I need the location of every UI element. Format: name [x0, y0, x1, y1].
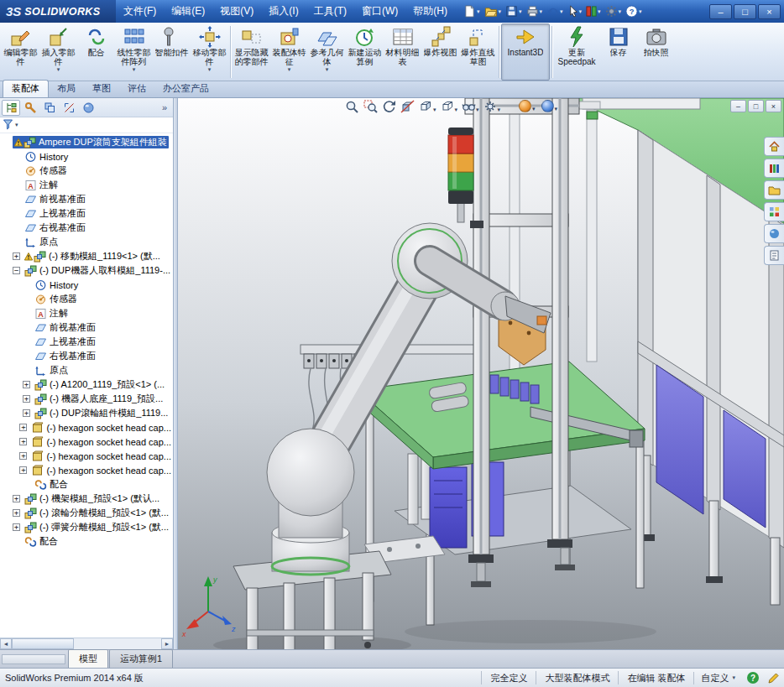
scroll-right-icon[interactable]: ►	[161, 638, 173, 649]
tree-item-1[interactable]: Ampere DUP滾筒支架組件組裝	[0, 135, 173, 149]
solidworks-resources-icon[interactable]	[764, 137, 784, 156]
expander-plus-icon[interactable]: +	[23, 395, 30, 403]
undo-icon[interactable]: ▾	[545, 4, 565, 18]
chevron-down-icon[interactable]: ▾	[208, 66, 212, 73]
menu-item-3[interactable]: 视图(V)	[212, 0, 261, 23]
tree-item-3[interactable]: 传感器	[0, 164, 173, 178]
tree-item-20[interactable]: +(-) DUP滾輪組件模組_1119...	[0, 406, 173, 420]
appearances-scenes-icon[interactable]	[764, 224, 784, 243]
expander-plus-icon[interactable]: +	[19, 452, 27, 460]
ribbon-exploded-view-button[interactable]: 爆炸视图	[421, 23, 459, 81]
command-tab-2[interactable]: 布局	[49, 81, 84, 97]
filter-funnel-icon[interactable]	[3, 118, 13, 133]
help-icon[interactable]: ?	[747, 672, 759, 684]
chevron-down-icon[interactable]: ▾	[57, 66, 60, 73]
document-tab-2[interactable]: 运动算例1	[109, 649, 173, 668]
rebuild-icon[interactable]: ▾	[584, 4, 603, 18]
file-explorer-icon[interactable]	[764, 180, 784, 200]
ribbon-mate-button[interactable]: 配合	[77, 23, 115, 81]
tree-item-8[interactable]: 原点	[0, 235, 173, 249]
edit-pencil-icon[interactable]	[766, 672, 781, 684]
section-view-icon[interactable]	[400, 99, 416, 114]
tree-item-19[interactable]: +(-) 機器人底座_1119_預設...	[0, 392, 173, 406]
print-icon[interactable]: ▾	[525, 4, 545, 18]
chevron-down-icon[interactable]: ▾	[133, 66, 136, 73]
scroll-left-icon[interactable]: ◄	[0, 638, 12, 649]
tree-item-4[interactable]: A注解	[0, 178, 173, 192]
menu-item-6[interactable]: 窗口(W)	[354, 0, 405, 23]
ribbon-bom-button[interactable]: 材料明细表	[384, 23, 421, 81]
filter-dropdown-icon[interactable]: ▾	[15, 122, 18, 128]
ribbon-snapshot-button[interactable]: 拍快照	[637, 23, 675, 81]
scrollbar-thumb[interactable]	[12, 638, 74, 649]
tree-item-21[interactable]: +(-) hexagon socket head cap...	[0, 420, 173, 435]
expander-plus-icon[interactable]: +	[19, 424, 27, 431]
zoom-fit-icon[interactable]	[344, 99, 360, 114]
ribbon-assembly-features-button[interactable]: 装配体特征▾	[270, 23, 308, 81]
edit-appearance-sphere-icon[interactable]: ▾	[519, 100, 536, 112]
tree-item-23[interactable]: +(-) hexagon socket head cap...	[0, 449, 173, 463]
menu-item-5[interactable]: 工具(T)	[306, 0, 354, 23]
expander-plus-icon[interactable]: +	[19, 438, 27, 445]
doc-close-icon[interactable]: ×	[766, 100, 781, 112]
tree-item-18[interactable]: +(-) A1200_1119_預設<1> (...	[0, 377, 173, 392]
ribbon-motion-study-button[interactable]: 新建运动算例	[346, 23, 384, 81]
menu-item-1[interactable]: 文件(F)	[116, 0, 164, 23]
menu-item-7[interactable]: 帮助(H)	[405, 0, 455, 23]
tree-item-2[interactable]: History	[0, 149, 173, 164]
view-orientation-icon[interactable]: ▾	[418, 99, 437, 114]
select-icon[interactable]: ▾	[566, 4, 584, 18]
ribbon-edit-component-button[interactable]: 编辑零部件	[2, 23, 39, 81]
tree-item-15[interactable]: 上视基准面	[0, 335, 173, 349]
tree-item-27[interactable]: +(-) 滾輪分離模組_預設<1> (默...	[0, 506, 173, 520]
configurationmanager-tab-icon[interactable]	[40, 100, 59, 116]
status-custom-dropdown[interactable]: 自定义 ▾	[693, 672, 742, 684]
expander-plus-icon[interactable]: +	[23, 409, 30, 417]
displaymanager-tab-icon[interactable]	[79, 100, 97, 116]
command-tab-5[interactable]: 办公室产品	[154, 81, 217, 97]
doc-minimize-icon[interactable]: –	[730, 100, 746, 112]
ribbon-speedpak-button[interactable]: 更新Speedpak	[554, 23, 599, 81]
tree-item-7[interactable]: 右视基准面	[0, 221, 173, 235]
ribbon-reference-geometry-button[interactable]: 参考几何体▾	[308, 23, 346, 81]
maximize-button[interactable]: □	[734, 4, 756, 19]
tree-item-6[interactable]: 上视基准面	[0, 206, 173, 221]
tree-item-5[interactable]: 前视基准面	[0, 192, 173, 206]
new-document-icon[interactable]: ▾	[462, 4, 482, 18]
panel-expand-chevron[interactable]: »	[158, 102, 171, 112]
save-icon[interactable]: ▾	[504, 4, 524, 18]
doc-restore-icon[interactable]: □	[748, 100, 764, 112]
expander-plus-icon[interactable]: +	[13, 252, 20, 260]
viewport-3d-scene[interactable]: y x z	[178, 98, 784, 649]
scrollbar-track[interactable]	[12, 638, 161, 649]
tree-item-17[interactable]: 原点	[0, 363, 173, 377]
tab-scroll-area[interactable]	[2, 654, 65, 664]
tree-item-9[interactable]: +(-) 移動模組_1119<1> (默...	[0, 249, 173, 263]
design-library-icon[interactable]	[764, 159, 784, 178]
expander-plus-icon[interactable]: +	[13, 495, 20, 502]
propertymanager-tab-icon[interactable]	[21, 100, 39, 116]
tree-horizontal-scrollbar[interactable]: ◄ ►	[0, 638, 173, 649]
document-tab-1[interactable]: 模型	[68, 649, 108, 668]
menu-item-4[interactable]: 插入(I)	[261, 0, 306, 23]
dimxpertmanager-tab-icon[interactable]	[60, 100, 78, 116]
expander-plus-icon[interactable]: +	[23, 381, 30, 388]
menu-item-2[interactable]: 编辑(E)	[164, 0, 212, 23]
tree-item-13[interactable]: A注解	[0, 306, 173, 320]
expander-plus-icon[interactable]: +	[13, 509, 20, 517]
expander-plus-icon[interactable]: +	[13, 523, 20, 531]
ribbon-instant3d-button[interactable]: Instant3D	[501, 23, 550, 81]
featuremanager-tab-icon[interactable]	[2, 100, 20, 116]
zoom-area-icon[interactable]	[363, 99, 379, 114]
apply-scene-sphere-icon[interactable]: ▾	[541, 100, 558, 112]
tree-item-10[interactable]: −(-) DUP機器人取料模組_1119-...	[0, 263, 173, 278]
tree-item-29[interactable]: 配合	[0, 534, 173, 549]
ribbon-explode-sketch-button[interactable]: 爆炸直线草图	[459, 23, 497, 81]
expander-minus-icon[interactable]: −	[13, 267, 20, 274]
chevron-down-icon[interactable]: ▾	[326, 66, 329, 73]
open-icon[interactable]: ▾	[483, 4, 504, 18]
display-style-icon[interactable]: ▾	[440, 99, 459, 114]
expander-plus-icon[interactable]: +	[19, 466, 27, 474]
tree-item-11[interactable]: History	[0, 278, 173, 292]
hide-show-items-icon[interactable]: ▾	[461, 99, 480, 114]
